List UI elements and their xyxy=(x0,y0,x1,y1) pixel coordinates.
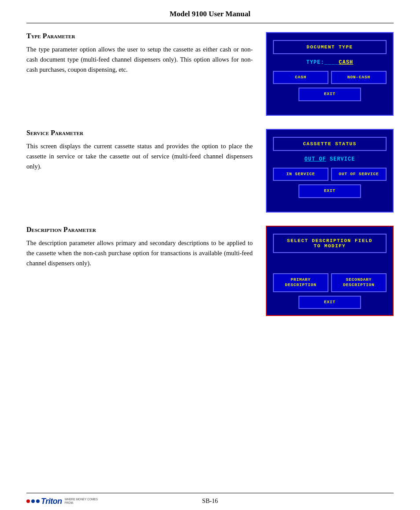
triton-tagline: WHERE MONEY COMES FROM. xyxy=(65,498,104,505)
in-service-button[interactable]: IN SERVICE xyxy=(273,168,328,181)
screen-service: CASSETTE STATUS OUT OF SERVICE IN SERVIC… xyxy=(266,129,394,213)
screen-type: DOCUMENT TYPE TYPE:____CASH CASH NON-CAS… xyxy=(266,32,394,116)
screen-status-type: TYPE:____CASH xyxy=(273,58,387,67)
section-body-type: The type parameter option allows the use… xyxy=(26,44,253,75)
out-of-service-button[interactable]: OUT OF SERVICE xyxy=(331,168,387,181)
page-footer: Triton WHERE MONEY COMES FROM. SB-16 xyxy=(26,493,394,510)
section-text-description: Description Parameter The description pa… xyxy=(26,226,266,269)
section-text-service: Service Parameter This screen displays t… xyxy=(26,129,266,172)
exit-button-service[interactable]: EXIT xyxy=(298,184,361,198)
section-body-service: This screen displays the current cassett… xyxy=(26,141,253,172)
screen-exit-row-service: EXIT xyxy=(273,184,387,198)
triton-dot-blue1 xyxy=(31,499,35,503)
status-prefix-type: TYPE:____ xyxy=(306,59,339,66)
non-cash-button[interactable]: NON-CASH xyxy=(331,71,387,84)
footer-logo: Triton WHERE MONEY COMES FROM. xyxy=(26,497,104,506)
triton-logo: Triton xyxy=(26,497,62,506)
section-title-service: Service Parameter xyxy=(26,129,253,137)
triton-dot-red xyxy=(26,499,30,503)
page-header: Model 9100 User Manual xyxy=(26,0,394,23)
status-value-type: CASH xyxy=(339,59,354,66)
secondary-description-button[interactable]: SECONDARY DESCRIPTION xyxy=(331,273,387,292)
header-title: Model 9100 User Manual xyxy=(169,10,250,18)
exit-button-description[interactable]: EXIT xyxy=(298,296,361,309)
section-type-parameter: Type Parameter The type parameter option… xyxy=(26,32,394,116)
screen-btn-row-description: PRIMARY DESCRIPTION SECONDARY DESCRIPTIO… xyxy=(273,273,387,292)
section-title-type: Type Parameter xyxy=(26,32,253,40)
screen-btn-row-service: IN SERVICE OUT OF SERVICE xyxy=(273,168,387,181)
screen-title-type[interactable]: DOCUMENT TYPE xyxy=(273,40,387,54)
section-text-type: Type Parameter The type parameter option… xyxy=(26,32,266,75)
section-service-parameter: Service Parameter This screen displays t… xyxy=(26,129,394,213)
page-container: Model 9100 User Manual Type Parameter Th… xyxy=(0,0,420,510)
triton-dot-blue2 xyxy=(36,499,40,503)
section-body-description: The description parameter allows primary… xyxy=(26,238,253,269)
screen-status-service: OUT OF SERVICE xyxy=(273,154,387,164)
screen-description: SELECT DESCRIPTION FIELD TO MODIFY PRIMA… xyxy=(266,226,394,316)
screen-title-description[interactable]: SELECT DESCRIPTION FIELD TO MODIFY xyxy=(273,234,387,253)
screen-btn-row-type: CASH NON-CASH xyxy=(273,71,387,84)
section-title-description: Description Parameter xyxy=(26,226,253,234)
section-description-parameter: Description Parameter The description pa… xyxy=(26,226,394,316)
primary-description-button[interactable]: PRIMARY DESCRIPTION xyxy=(273,273,328,292)
exit-button-type[interactable]: EXIT xyxy=(298,88,361,101)
status-underline-service: OUT OF xyxy=(305,156,326,162)
screen-exit-row-description: EXIT xyxy=(273,296,387,309)
screen-exit-row-type: EXIT xyxy=(273,88,387,101)
triton-logo-text: Triton xyxy=(41,497,62,506)
footer-page-number: SB-16 xyxy=(202,498,218,505)
status-rest-service: SERVICE xyxy=(326,156,355,162)
screen-title-service[interactable]: CASSETTE STATUS xyxy=(273,137,387,151)
content-area: Type Parameter The type parameter option… xyxy=(26,23,394,493)
cash-button[interactable]: CASH xyxy=(273,71,328,84)
